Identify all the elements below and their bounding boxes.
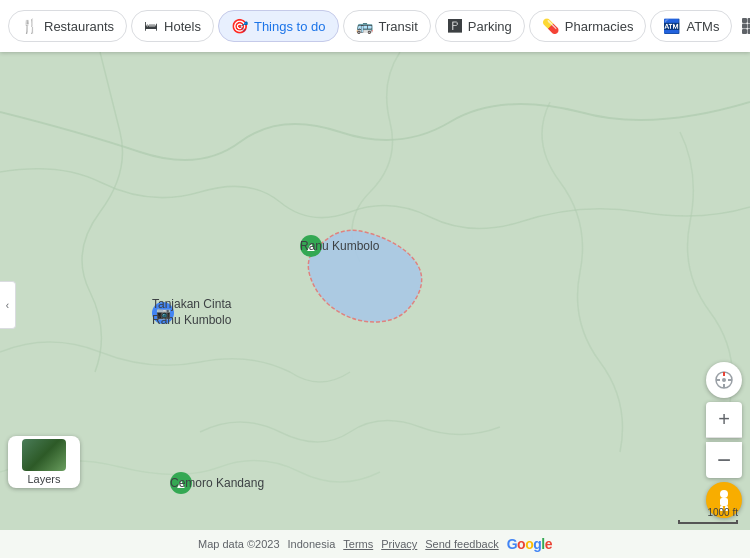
nav-pill-things-to-do-label: Things to do bbox=[254, 19, 326, 34]
pharmacy-icon: 💊 bbox=[542, 18, 559, 34]
nav-pill-restaurants-label: Restaurants bbox=[44, 19, 114, 34]
zoom-out-icon: − bbox=[717, 448, 731, 472]
terms-link[interactable]: Terms bbox=[343, 538, 373, 550]
nav-pill-hotels[interactable]: 🛏 Hotels bbox=[131, 10, 214, 42]
svg-rect-3 bbox=[742, 24, 747, 29]
map-controls: + − bbox=[706, 362, 742, 478]
layers-button[interactable]: Layers bbox=[8, 436, 80, 488]
chevron-left-icon: ‹ bbox=[6, 300, 9, 311]
scale-label: 1000 ft bbox=[707, 507, 738, 518]
nav-pill-hotels-label: Hotels bbox=[164, 19, 201, 34]
sidebar-collapse-button[interactable]: ‹ bbox=[0, 281, 16, 329]
compass-button[interactable] bbox=[706, 362, 742, 398]
hotel-icon: 🛏 bbox=[144, 18, 158, 34]
bottom-bar: Map data ©2023 Indonesia Terms Privacy S… bbox=[0, 530, 750, 558]
nav-pill-parking[interactable]: 🅿 Parking bbox=[435, 10, 525, 42]
send-feedback-link[interactable]: Send feedback bbox=[425, 538, 498, 550]
nav-pill-things-to-do[interactable]: 🎯 Things to do bbox=[218, 10, 339, 42]
ranu-kumbolo-marker: ▲ bbox=[300, 235, 322, 257]
nav-pill-atms[interactable]: 🏧 ATMs bbox=[650, 10, 732, 42]
place-marker-ranu-kumbolo[interactable]: Ranu Kumbolo ▲ bbox=[300, 235, 322, 257]
nav-pill-restaurants[interactable]: 🍴 Restaurants bbox=[8, 10, 127, 42]
google-logo: Google bbox=[507, 536, 552, 552]
country-text: Indonesia bbox=[288, 538, 336, 550]
layers-thumbnail bbox=[22, 439, 66, 471]
apps-grid-button[interactable] bbox=[740, 8, 750, 44]
map-terrain bbox=[0, 52, 750, 558]
svg-rect-6 bbox=[742, 29, 747, 34]
zoom-out-button[interactable]: − bbox=[706, 442, 742, 478]
nav-pill-atms-label: ATMs bbox=[686, 19, 719, 34]
svg-rect-19 bbox=[720, 498, 728, 506]
place-marker-tanjakan-cinta[interactable]: Tanjakan CintaRanu Kumbolo 📷 bbox=[152, 302, 174, 324]
nav-pill-transit[interactable]: 🚌 Transit bbox=[343, 10, 431, 42]
scale-line bbox=[678, 520, 738, 524]
cemoro-kandang-marker: ▲ bbox=[170, 472, 192, 494]
parking-icon: 🅿 bbox=[448, 18, 462, 34]
nav-pill-pharmacies[interactable]: 💊 Pharmacies bbox=[529, 10, 647, 42]
place-marker-cemoro-kandang[interactable]: Cemoro Kandang ▲ bbox=[170, 472, 192, 494]
tanjakan-cinta-marker: 📷 bbox=[152, 302, 174, 324]
nav-pill-pharmacies-label: Pharmacies bbox=[565, 19, 634, 34]
nav-pill-parking-label: Parking bbox=[468, 19, 512, 34]
restaurant-icon: 🍴 bbox=[21, 18, 38, 34]
svg-point-13 bbox=[722, 378, 726, 382]
map-area[interactable]: ‹ Ranu Kumbolo ▲ Tanjakan CintaRanu Kumb… bbox=[0, 52, 750, 558]
transit-icon: 🚌 bbox=[356, 18, 373, 34]
map-data-text: Map data ©2023 bbox=[198, 538, 280, 550]
zoom-in-button[interactable]: + bbox=[706, 402, 742, 438]
zoom-in-icon: + bbox=[718, 408, 730, 431]
nav-pill-transit-label: Transit bbox=[379, 19, 418, 34]
layers-label: Layers bbox=[27, 473, 60, 485]
svg-point-18 bbox=[720, 490, 728, 498]
things-to-do-icon: 🎯 bbox=[231, 18, 248, 34]
top-navigation: 🍴 Restaurants 🛏 Hotels 🎯 Things to do 🚌 … bbox=[0, 0, 750, 52]
scale-bar: 1000 ft bbox=[678, 507, 738, 524]
atm-icon: 🏧 bbox=[663, 18, 680, 34]
privacy-link[interactable]: Privacy bbox=[381, 538, 417, 550]
svg-rect-0 bbox=[742, 18, 747, 23]
